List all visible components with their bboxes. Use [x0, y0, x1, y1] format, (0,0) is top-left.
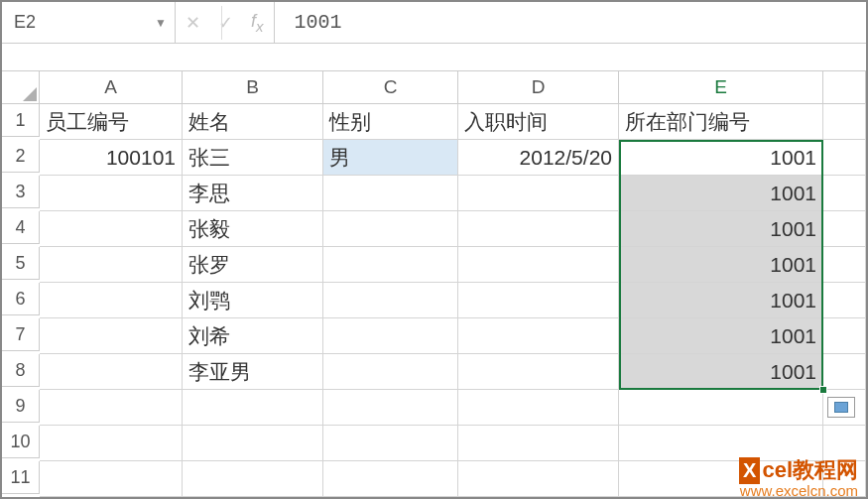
- cell-E7[interactable]: 1001: [619, 318, 823, 354]
- cell-blank-1[interactable]: [823, 104, 866, 140]
- cell-B8[interactable]: 李亚男: [183, 354, 323, 390]
- cell-blank-5[interactable]: [823, 247, 866, 283]
- cell-E8[interactable]: 1001: [619, 354, 823, 390]
- formula-input[interactable]: 1001: [275, 11, 866, 34]
- cell-A3[interactable]: [40, 176, 183, 211]
- col-header-D[interactable]: D: [458, 71, 619, 104]
- cell-E9[interactable]: [619, 390, 823, 426]
- cell-C2[interactable]: 男: [323, 140, 458, 176]
- cell-E1[interactable]: 所在部门编号: [619, 104, 823, 140]
- row-header-2[interactable]: 2: [2, 140, 40, 173]
- cell-E5[interactable]: 1001: [619, 247, 823, 283]
- fx-icon[interactable]: fx: [251, 11, 264, 35]
- cell-D10[interactable]: [458, 426, 619, 461]
- cell-A5[interactable]: [40, 247, 183, 283]
- cell-B7[interactable]: 刘希: [183, 318, 323, 354]
- cell-C10[interactable]: [323, 426, 458, 461]
- row-header-5[interactable]: 5: [2, 247, 40, 280]
- cancel-icon[interactable]: ✕: [186, 12, 200, 34]
- name-box-value: E2: [14, 12, 36, 33]
- cell-D9[interactable]: [458, 390, 619, 426]
- cell-D11[interactable]: [458, 461, 619, 497]
- row-header-11[interactable]: 11: [2, 461, 40, 494]
- fill-handle[interactable]: [819, 386, 827, 394]
- cell-D3[interactable]: [458, 176, 619, 211]
- cell-C8[interactable]: [323, 354, 458, 390]
- cell-D1[interactable]: 入职时间: [458, 104, 619, 140]
- spreadsheet-grid: A B C D E 1 员工编号 姓名 性别 入职时间 所在部门编号 2 100…: [2, 71, 866, 497]
- cell-blank-4[interactable]: [823, 211, 866, 247]
- cell-blank-7[interactable]: [823, 318, 866, 354]
- select-all-corner[interactable]: [2, 71, 40, 104]
- cell-E2[interactable]: 1001: [619, 140, 823, 176]
- col-header-A[interactable]: A: [40, 71, 183, 104]
- cell-C7[interactable]: [323, 318, 458, 354]
- cell-C5[interactable]: [323, 247, 458, 283]
- name-box-dropdown-icon[interactable]: ▼: [155, 16, 167, 30]
- cell-C3[interactable]: [323, 176, 458, 211]
- cell-C6[interactable]: [323, 283, 458, 318]
- cell-blank-2[interactable]: [823, 140, 866, 176]
- cell-A6[interactable]: [40, 283, 183, 318]
- cell-B11[interactable]: [183, 461, 323, 497]
- cell-E4[interactable]: 1001: [619, 211, 823, 247]
- cell-blank-8[interactable]: [823, 354, 866, 390]
- cell-B9[interactable]: [183, 390, 323, 426]
- cell-blank-3[interactable]: [823, 176, 866, 211]
- cell-D7[interactable]: [458, 318, 619, 354]
- cell-D6[interactable]: [458, 283, 619, 318]
- name-box[interactable]: E2 ▼: [2, 2, 176, 43]
- cell-A9[interactable]: [40, 390, 183, 426]
- cell-C11[interactable]: [323, 461, 458, 497]
- cell-D4[interactable]: [458, 211, 619, 247]
- formula-controls: ✕ ✓ fx: [176, 2, 275, 43]
- row-header-1[interactable]: 1: [2, 104, 40, 137]
- cell-A2[interactable]: 100101: [40, 140, 183, 176]
- cell-B1[interactable]: 姓名: [183, 104, 323, 140]
- col-header-blank[interactable]: [823, 71, 866, 104]
- col-header-E[interactable]: E: [619, 71, 823, 104]
- row-header-9[interactable]: 9: [2, 390, 40, 423]
- cell-D8[interactable]: [458, 354, 619, 390]
- autofill-options-icon: [834, 402, 848, 413]
- row-header-10[interactable]: 10: [2, 426, 40, 458]
- cell-C4[interactable]: [323, 211, 458, 247]
- divider: [221, 6, 222, 40]
- cell-A7[interactable]: [40, 318, 183, 354]
- col-header-C[interactable]: C: [323, 71, 458, 104]
- row-header-3[interactable]: 3: [2, 176, 40, 208]
- row-header-8[interactable]: 8: [2, 354, 40, 387]
- cell-A8[interactable]: [40, 354, 183, 390]
- cell-B5[interactable]: 张罗: [183, 247, 323, 283]
- cell-B10[interactable]: [183, 426, 323, 461]
- cell-D2[interactable]: 2012/5/20: [458, 140, 619, 176]
- formula-bar: E2 ▼ ✕ ✓ fx 1001: [2, 2, 866, 44]
- cell-C1[interactable]: 性别: [323, 104, 458, 140]
- cell-D5[interactable]: [458, 247, 619, 283]
- cell-A11[interactable]: [40, 461, 183, 497]
- cell-A4[interactable]: [40, 211, 183, 247]
- watermark-text: cel教程网: [762, 457, 858, 482]
- cell-A10[interactable]: [40, 426, 183, 461]
- row-header-7[interactable]: 7: [2, 318, 40, 351]
- watermark-logo-letter: X: [739, 457, 760, 484]
- autofill-options-button[interactable]: [827, 397, 855, 418]
- cell-C9[interactable]: [323, 390, 458, 426]
- cell-B2[interactable]: 张三: [183, 140, 323, 176]
- cell-B4[interactable]: 张毅: [183, 211, 323, 247]
- watermark-url: www.excelcn.com: [740, 482, 858, 499]
- cell-A1[interactable]: 员工编号: [40, 104, 183, 140]
- cell-E3[interactable]: 1001: [619, 176, 823, 211]
- row-header-4[interactable]: 4: [2, 211, 40, 244]
- col-header-B[interactable]: B: [183, 71, 323, 104]
- cell-blank-6[interactable]: [823, 283, 866, 318]
- cell-E6[interactable]: 1001: [619, 283, 823, 318]
- cell-B6[interactable]: 刘鹗: [183, 283, 323, 318]
- spacer: [2, 44, 866, 71]
- cell-B3[interactable]: 李思: [183, 176, 323, 211]
- row-header-6[interactable]: 6: [2, 283, 40, 315]
- watermark-logo: Xcel教程网: [739, 455, 858, 485]
